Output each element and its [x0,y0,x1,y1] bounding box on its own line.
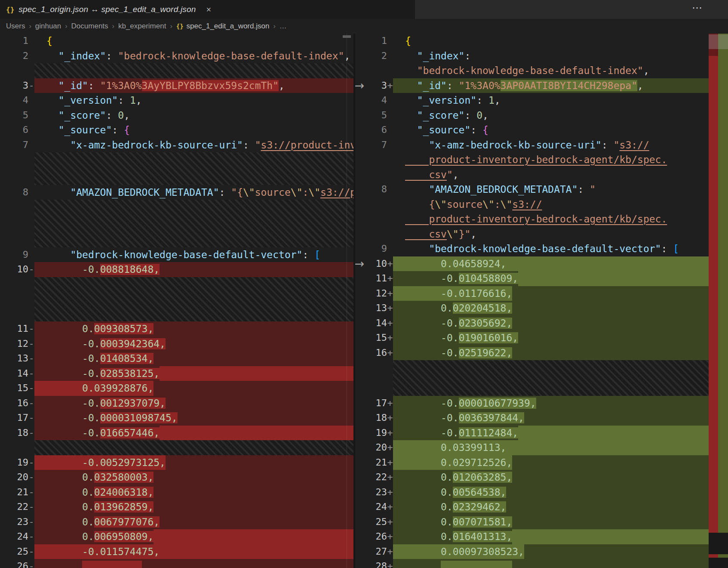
added-code-line[interactable]: 12+ -0.01176616, [355,286,709,301]
deleted-code-line[interactable]: 15- 0.039928876, [0,381,353,396]
line-content: "x-amz-bedrock-kb-source-uri": "s3://pro… [34,138,353,153]
deleted-code-line[interactable]: 24- 0.006950809, [0,529,353,544]
line-fill [506,500,709,515]
line-content: "_id": "1%3A0%3AP0AATI8BYI14CH298epa", [393,78,709,93]
deleted-code-line[interactable]: 25- -0.011574475, [0,544,353,559]
code-line[interactable]: 6 "_source": { [0,123,353,138]
breadcrumb-item[interactable]: ginhuan [35,22,61,31]
deleted-code-line[interactable]: 23- 0.0067977076, [0,515,353,530]
token: : [112,124,124,136]
breadcrumb-item[interactable]: Users [6,22,25,31]
code-line[interactable]: 2 "_index": "bedrock-knowledge-base-defa… [0,49,353,64]
code-line[interactable]: 4 "_version": 1, [0,93,353,108]
code-line[interactable]: product-inventory-bedrock-agent/kb/spec. [355,152,709,167]
added-code-line[interactable]: 24+ 0.02329462, [355,500,709,515]
added-code-line[interactable]: 14+ -0.02305692, [355,316,709,331]
added-code-line[interactable]: 15+ -0.019016016, [355,330,709,346]
added-code-line[interactable]: 27+ 0.00097308523, [355,544,709,559]
gutter: 17- [0,411,34,426]
line-number: 3 [0,78,28,93]
code-line[interactable]: 5 "_score": 0, [0,108,353,123]
deleted-code-line[interactable]: 26- [0,559,353,568]
code-line[interactable]: 5 "_score": 0, [355,108,709,123]
deleted-code-line[interactable]: 11- 0.009308573, [0,321,353,336]
code-line[interactable]: 7 "x-amz-bedrock-kb-source-uri": "s3:// [355,138,709,153]
token: -0. [46,546,100,557]
breadcrumb-overflow[interactable]: … [280,22,287,31]
code-line[interactable]: "bedrock-knowledge-base-default-index", [355,63,709,78]
code-line[interactable]: product-inventory-bedrock-agent/kb/spec. [355,212,709,227]
added-code-line[interactable]: 20+ 0.03399113, [355,440,709,455]
added-code-line[interactable]: 13+ 0.020204518, [355,301,709,316]
original-pane[interactable]: 1{2 "_index": "bedrock-knowledge-base-de… [0,34,353,568]
code-line[interactable]: 8 "AMAZON_BEDROCK_METADATA": "{\"source\… [0,185,353,200]
added-code-line[interactable]: 21+ 0.029712526, [355,455,709,470]
diff-mark [28,34,34,49]
modified-pane[interactable]: 1{2 "_index": "bedrock-knowledge-base-de… [355,34,709,568]
code-line[interactable]: 9 "bedrock-knowledge-base-default-vector… [0,247,353,262]
code-line[interactable]: {\"source\":\"s3:// [355,197,709,212]
line-fill [506,256,709,272]
token: , [279,80,285,91]
code-text: 0.00097308523, [393,544,524,559]
added-code-line[interactable]: 26+ 0.016401313, [355,529,709,544]
code-line[interactable]: 1{ [0,34,353,49]
gutter: 9 [355,241,393,256]
code-line[interactable]: 8 "AMAZON_BEDROCK_METADATA": " [355,182,709,197]
breadcrumb-item-file[interactable]: {}spec_1_edit_a_word.json [176,22,270,31]
code-line[interactable]: 4 "_version": 1, [355,93,709,108]
deleted-code-line[interactable]: 14- -0.028538125, [0,366,353,381]
diff-change-arrow-icon[interactable]: → [352,79,367,92]
deleted-code-line[interactable]: 10- -0.008818648, [0,262,353,277]
diff-mark [387,138,393,153]
close-tab-icon[interactable]: × [206,5,212,15]
diff-tab[interactable]: {} spec_1_origin.json ↔ spec_1_edit_a_wo… [0,0,219,19]
line-content: "_index": [393,49,709,64]
code-text: "_source": { [393,123,488,138]
deleted-code-line[interactable]: 19- -0.0052973125, [0,455,353,470]
deleted-code-line[interactable]: 12- -0.0003942364, [0,336,353,352]
code-text: 0.013962859, [34,500,154,515]
deleted-code-line[interactable]: 17- -0.000031098745, [0,411,353,426]
added-code-line[interactable]: 25+ 0.007071581, [355,515,709,530]
added-code-line[interactable]: 10+ 0.04658924, [355,256,709,272]
added-code-line[interactable]: 19+ -0.011112484, [355,426,709,441]
deleted-code-line[interactable]: 18- -0.016657446, [0,426,353,441]
added-code-line[interactable]: 28+ [355,559,709,568]
code-line[interactable]: 6 "_source": { [355,123,709,138]
overview-ruler[interactable] [709,34,728,568]
added-code-line[interactable]: 11+ -0.010458809, [355,271,709,286]
added-code-line[interactable]: 16+ -0.02519622, [355,346,709,361]
code-line[interactable]: 1{ [355,34,709,49]
line-content: -0.011112484, [393,426,709,441]
more-actions-icon[interactable]: ⋯ [692,2,703,14]
diff-change-arrow-icon[interactable]: → [352,257,367,270]
code-text: -0.016657446, [34,426,160,441]
code-line[interactable]: csv", [355,167,709,182]
code-line[interactable]: 2 "_index": [355,49,709,64]
code-line[interactable]: csv\"}", [355,227,709,242]
code-line[interactable]: 9 "bedrock-knowledge-base-default-vector… [355,241,709,256]
deleted-code-line[interactable]: 21- 0.024006318, [0,485,353,500]
added-code-line[interactable]: 3+ "_id": "1%3A0%3AP0AATI8BYI14CH298epa"… [355,78,709,93]
line-fill [476,227,709,242]
token: -0. [405,273,459,284]
diff-mark: - [28,515,34,530]
added-code-line[interactable]: 18+ -0.0036397844, [355,411,709,426]
added-code-line[interactable]: 23+ 0.00564538, [355,485,709,500]
added-code-line[interactable]: 17+ -0.000010677939, [355,396,709,411]
breadcrumb-item[interactable]: kb_experiment [118,22,166,31]
deleted-code-line[interactable]: 3- "_id": "1%3A0%3AyYBLPY8Bbzvx59s2cmTh"… [0,78,353,93]
added-code-line[interactable]: 22+ 0.012063285, [355,470,709,485]
left-pane-scrollbar-slider[interactable] [343,35,351,38]
deleted-code-line[interactable]: 20- 0.032580003, [0,470,353,485]
overview-scrollbar-slider[interactable] [709,34,728,49]
code-line[interactable]: 7 "x-amz-bedrock-kb-source-uri": "s3://p… [0,138,353,153]
deleted-code-line[interactable]: 22- 0.013962859, [0,500,353,515]
code-text: -0.0003942364, [34,336,166,352]
deleted-code-line[interactable]: 13- -0.01408534, [0,351,353,366]
line-number [355,152,387,167]
deleted-code-line[interactable]: 16- -0.0012937079, [0,396,353,411]
left-pane-scrollbar-track[interactable] [347,34,347,568]
breadcrumb-item[interactable]: Documents [71,22,108,31]
